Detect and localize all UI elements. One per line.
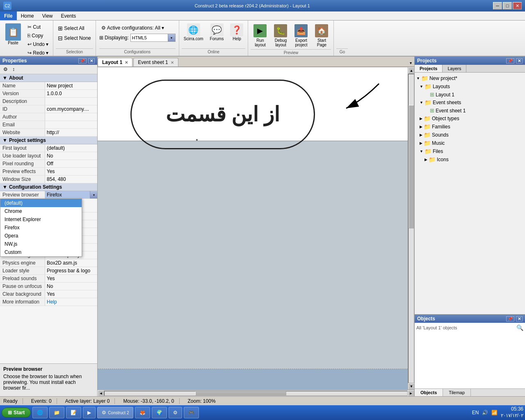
menu-view[interactable]: View bbox=[38, 11, 57, 20]
properties-pin-btn[interactable]: 📌 bbox=[78, 58, 87, 64]
copy-button[interactable]: ⎘ Copy bbox=[25, 32, 50, 40]
tree-sounds[interactable]: ▶ 📁 Sounds bbox=[415, 131, 525, 139]
forums-button[interactable]: 💬 Forums bbox=[208, 22, 226, 48]
dropdown-nwjs[interactable]: NW.js bbox=[0, 240, 82, 248]
tree-layout1[interactable]: ⊞ Layout 1 bbox=[415, 91, 525, 98]
tree-files[interactable]: ▼ 📁 Files bbox=[415, 147, 525, 155]
menu-file[interactable]: File bbox=[0, 11, 17, 20]
vscroll-track[interactable] bbox=[408, 74, 414, 383]
dropdown-ie[interactable]: Internet Explorer bbox=[0, 215, 82, 224]
prop-physics-value[interactable]: Box2D asm.js bbox=[45, 259, 97, 267]
minimize-button[interactable]: ─ bbox=[493, 2, 502, 9]
taskbar-network[interactable]: 📶 bbox=[491, 410, 498, 415]
cut-button[interactable]: ✂ Cut bbox=[25, 23, 50, 31]
displaying-dropdown-btn[interactable]: ▾ bbox=[168, 34, 175, 41]
prop-version-value[interactable]: 1.0.0.0 bbox=[45, 90, 97, 97]
projects-pin-btn[interactable]: 📌 bbox=[506, 58, 514, 64]
layers-tab[interactable]: Layers bbox=[443, 65, 466, 72]
prop-author-value[interactable] bbox=[45, 113, 97, 121]
undo-button[interactable]: ↩ Undo ▾ bbox=[25, 40, 50, 48]
about-section-header[interactable]: ▼ About bbox=[0, 74, 97, 82]
prop-id-value[interactable]: com.mycompany.... bbox=[45, 105, 97, 113]
properties-close-btn[interactable]: ✕ bbox=[88, 58, 95, 64]
select-all-button[interactable]: ⊞ Select All bbox=[56, 24, 93, 33]
objects-pin-btn[interactable]: 📌 bbox=[506, 316, 514, 322]
tree-object-types[interactable]: ▶ 📁 Object types bbox=[415, 114, 525, 123]
active-config-button[interactable]: ⚙ Active configurations: All ▾ bbox=[99, 24, 176, 32]
taskbar-volume[interactable]: 🔊 bbox=[482, 410, 488, 415]
menu-events[interactable]: Events bbox=[57, 11, 80, 20]
prop-email-value[interactable] bbox=[45, 121, 97, 128]
export-project-button[interactable]: 📤 Exportproject bbox=[292, 22, 310, 49]
hscroll-left-btn[interactable]: ◄ bbox=[98, 390, 104, 397]
taskbar-firefox[interactable]: 🦊 bbox=[135, 407, 150, 418]
prop-window-size-value[interactable]: 854, 480 bbox=[45, 176, 97, 183]
tree-eventsheet1[interactable]: ⊞ Event sheet 1 bbox=[415, 107, 525, 114]
tree-eventsheets[interactable]: ▼ 📁 Event sheets bbox=[415, 98, 525, 107]
preview-browser-dropdown-btn[interactable]: ▾ bbox=[90, 191, 97, 199]
vscroll-up-btn[interactable]: ▲ bbox=[408, 67, 414, 74]
taskbar-construct2[interactable]: ⚙ Construct 2 bbox=[97, 407, 133, 418]
tab-eventsheet1-close[interactable]: ✕ bbox=[171, 60, 174, 65]
taskbar-steam[interactable]: 🎮 bbox=[184, 407, 199, 418]
prop-website-value[interactable]: http:// bbox=[45, 129, 97, 136]
tree-icons[interactable]: ▶ 📁 Icons bbox=[415, 155, 525, 164]
scirra-com-button[interactable]: 🌐 Scirra.com bbox=[182, 22, 205, 48]
debug-layout-button[interactable]: 🐛 Debuglayout bbox=[271, 22, 290, 49]
taskbar-explorer[interactable]: 📁 bbox=[49, 407, 64, 418]
hscroll-thumb[interactable] bbox=[195, 391, 286, 395]
projects-tab[interactable]: Projects bbox=[415, 65, 443, 72]
tilemap-footer-tab[interactable]: Tilemap bbox=[443, 389, 471, 396]
redo-button[interactable]: ↪ Redo ▾ bbox=[25, 49, 50, 57]
dropdown-default[interactable]: (default) bbox=[0, 199, 82, 207]
start-page-button[interactable]: 🏠 StartPage bbox=[312, 22, 331, 49]
project-settings-header[interactable]: ▼ Project settings bbox=[0, 137, 97, 144]
taskbar-ie[interactable]: 🌐 bbox=[32, 407, 48, 418]
close-button[interactable]: ✕ bbox=[513, 2, 522, 9]
prop-preload-sounds-value[interactable]: Yes bbox=[45, 275, 97, 282]
tab-layout1[interactable]: Layout 1 ✕ bbox=[98, 58, 132, 66]
config-settings-header[interactable]: ▼ Configuration Settings bbox=[0, 183, 97, 191]
prop-name-value[interactable]: New project bbox=[45, 82, 97, 89]
prop-pixel-rounding-value[interactable]: Off bbox=[45, 160, 97, 167]
taskbar-settings[interactable]: ⚙ bbox=[169, 407, 182, 418]
vscroll-down-btn[interactable]: ▼ bbox=[408, 383, 414, 390]
prop-help-link[interactable]: Help bbox=[45, 298, 97, 306]
vscroll-thumb[interactable] bbox=[409, 105, 414, 228]
dropdown-opera[interactable]: Opera bbox=[0, 232, 82, 240]
tab-expand-btn[interactable]: ▾ bbox=[407, 59, 414, 66]
dropdown-chrome[interactable]: Chrome bbox=[0, 207, 82, 215]
objects-footer-tab[interactable]: Objects bbox=[415, 389, 443, 396]
prop-preview-browser-value[interactable]: Firefox bbox=[45, 191, 90, 199]
taskbar-chrome[interactable]: 🌍 bbox=[152, 407, 167, 418]
props-sort-btn[interactable]: ⚙ bbox=[2, 66, 9, 73]
canvas-hscrollbar[interactable]: ◄ ► bbox=[98, 390, 414, 396]
run-layout-button[interactable]: ▶ Runlayout bbox=[251, 22, 269, 49]
dropdown-firefox[interactable]: Firefox bbox=[0, 224, 82, 232]
restore-button[interactable]: □ bbox=[503, 2, 512, 9]
prop-clear-bg-value[interactable]: Yes bbox=[45, 290, 97, 298]
canvas-area[interactable]: از این قسمت ▲ bbox=[98, 67, 414, 390]
start-button[interactable]: ⊞ Start bbox=[2, 408, 31, 418]
prop-loader-style-value[interactable]: Progress bar & logo bbox=[45, 267, 97, 274]
prop-loader-layout-value[interactable]: No bbox=[45, 152, 97, 160]
projects-close-btn[interactable]: ✕ bbox=[516, 58, 523, 64]
tab-eventsheet1[interactable]: Event sheet 1 ✕ bbox=[133, 58, 178, 66]
tree-music[interactable]: ▶ 📁 Music bbox=[415, 139, 525, 147]
hscroll-track[interactable] bbox=[104, 391, 408, 396]
menu-home[interactable]: Home bbox=[17, 11, 38, 20]
taskbar-notepad[interactable]: 📝 bbox=[66, 407, 81, 418]
prop-desc-value[interactable] bbox=[45, 98, 97, 105]
objects-close-btn[interactable]: ✕ bbox=[516, 316, 523, 322]
prop-first-layout-value[interactable]: (default) bbox=[45, 144, 97, 152]
tab-layout1-close[interactable]: ✕ bbox=[125, 60, 128, 65]
prop-pause-unfocus-value[interactable]: No bbox=[45, 283, 97, 290]
help-button[interactable]: ❓ Help bbox=[228, 22, 245, 48]
taskbar-media[interactable]: ▶ bbox=[83, 407, 96, 418]
select-none-button[interactable]: ⊟ Select None bbox=[56, 34, 93, 43]
tree-layouts[interactable]: ▼ 📁 Layouts bbox=[415, 82, 525, 91]
canvas-vscrollbar[interactable]: ▲ ▼ bbox=[408, 67, 414, 390]
prop-preview-effects-value[interactable]: Yes bbox=[45, 168, 97, 175]
hscroll-right-btn[interactable]: ► bbox=[408, 390, 414, 397]
tree-root[interactable]: ▼ 📁 New project* bbox=[415, 74, 525, 82]
